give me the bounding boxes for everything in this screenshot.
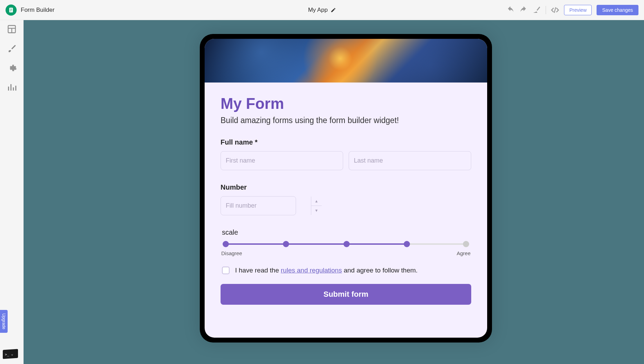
slider-dot-1[interactable] (223, 241, 229, 247)
slider-fill (223, 243, 405, 245)
app-logo (6, 5, 17, 16)
canvas-area[interactable]: My Form Build amazing forms using the fo… (24, 20, 644, 364)
upgrade-button[interactable]: Upgrade (0, 310, 8, 333)
last-name-input[interactable] (349, 151, 471, 170)
number-field: ▲ ▼ (221, 196, 296, 215)
brush-icon[interactable] (7, 44, 17, 53)
slider-dot-2[interactable] (283, 241, 289, 247)
form-screen: My Form Build amazing forms using the fo… (205, 39, 487, 338)
svg-rect-1 (10, 9, 12, 9)
hero-image (205, 39, 487, 83)
project-title: My App (308, 7, 328, 14)
preview-button[interactable]: Preview (564, 5, 592, 15)
layout-icon[interactable] (7, 24, 17, 34)
form-description: Build amazing forms using the form build… (221, 116, 471, 125)
number-label: Number (221, 183, 471, 191)
submit-button[interactable]: Submit form (221, 284, 471, 305)
redo-button[interactable] (519, 6, 528, 14)
scale-endpoints: Disagree Agree (221, 250, 471, 256)
scale-label: scale (222, 228, 471, 236)
step-up-button[interactable]: ▲ (311, 197, 322, 206)
form-body: My Form Build amazing forms using the fo… (205, 83, 487, 317)
svg-rect-3 (10, 11, 11, 11)
slider-dot-3[interactable] (343, 241, 350, 247)
name-row (221, 151, 471, 170)
analytics-icon[interactable] (7, 83, 17, 92)
svg-rect-2 (10, 10, 12, 10)
consent-row: I have read the rules and regulations an… (221, 267, 471, 274)
step-down-button[interactable]: ▼ (311, 206, 322, 215)
scale-slider[interactable] (223, 242, 469, 246)
terminal-icon[interactable]: >_ ⌄ (3, 349, 18, 359)
consent-text: I have read the rules and regulations an… (235, 267, 418, 274)
undo-button[interactable] (506, 6, 515, 14)
save-changes-button[interactable]: Save changes (597, 5, 638, 15)
number-input[interactable] (221, 197, 311, 215)
project-title-wrap[interactable]: My App (308, 7, 336, 14)
first-name-input[interactable] (221, 151, 343, 170)
pencil-icon (330, 7, 336, 13)
slider-dot-5[interactable] (463, 241, 469, 247)
top-actions: Preview Save changes (506, 5, 638, 15)
gear-icon[interactable] (7, 63, 17, 73)
rules-link[interactable]: rules and regulations (281, 267, 342, 274)
steppers: ▲ ▼ (311, 197, 322, 215)
tools-button[interactable] (533, 6, 541, 14)
top-bar: Form Builder My App Preview Save changes (0, 0, 644, 20)
code-button[interactable] (551, 6, 559, 14)
divider (546, 6, 546, 14)
form-title: My Form (221, 95, 471, 112)
scale-left-label: Disagree (221, 250, 242, 256)
scale-right-label: Agree (457, 250, 471, 256)
consent-checkbox[interactable] (222, 267, 230, 274)
app-name: Form Builder (21, 7, 54, 14)
device-frame: My Form Build amazing forms using the fo… (200, 34, 492, 343)
slider-dot-4[interactable] (404, 241, 410, 247)
fullname-label: Full name * (221, 138, 471, 146)
